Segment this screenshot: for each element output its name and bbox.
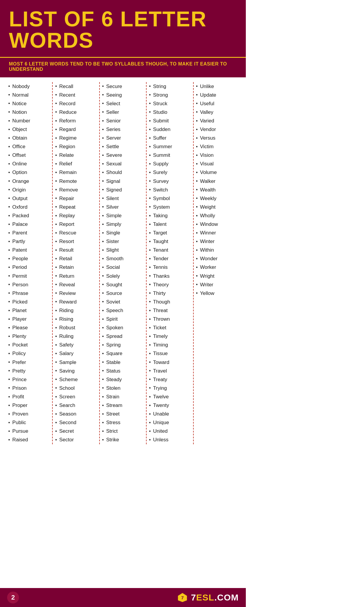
- list-item: Safety: [55, 341, 97, 349]
- list-item: Relief: [55, 160, 97, 168]
- header: LIST OF 6 LETTER WORDS: [0, 0, 246, 57]
- list-item: Please: [8, 324, 50, 332]
- list-item: Social: [102, 263, 144, 272]
- list-item: Visual: [196, 160, 238, 168]
- list-item: Unlike: [196, 82, 238, 91]
- list-item: System: [149, 203, 190, 211]
- word-columns: NobodyNormalNoticeNotionNumberObjectObta…: [6, 82, 240, 444]
- list-item: Return: [55, 272, 97, 280]
- list-item: Screen: [55, 392, 97, 401]
- list-item: Prison: [8, 384, 50, 392]
- list-item: Steady: [102, 375, 144, 384]
- list-item: Spirit: [102, 315, 144, 324]
- list-item: Saving: [55, 367, 97, 375]
- list-item: Reduce: [55, 108, 97, 116]
- list-item: Yellow: [196, 289, 238, 298]
- list-item: Silent: [102, 194, 144, 203]
- list-item: Replay: [55, 211, 97, 220]
- list-item: Versus: [196, 134, 238, 143]
- list-item: Simply: [102, 220, 144, 229]
- list-item: Raised: [8, 436, 50, 444]
- list-item: Struck: [149, 99, 190, 108]
- subtitle-bar: MOST 6 LETTER WORDS TEND TO BE TWO SYLLA…: [0, 57, 246, 77]
- list-item: Select: [102, 99, 144, 108]
- subtitle-text: MOST 6 LETTER WORDS TEND TO BE TWO SYLLA…: [9, 61, 237, 72]
- list-item: Stress: [102, 418, 144, 427]
- list-item: Robust: [55, 324, 97, 332]
- list-item: Weight: [196, 203, 238, 211]
- list-item: Sudden: [149, 125, 190, 134]
- list-item: Repair: [55, 194, 97, 203]
- list-item: Resort: [55, 237, 97, 246]
- list-item: Spoken: [102, 324, 144, 332]
- content-area: NobodyNormalNoticeNotionNumberObjectObta…: [0, 77, 246, 468]
- word-list-col5: UnlikeUpdateUsefulValleyVariedVendorVers…: [196, 82, 238, 298]
- list-item: Worker: [196, 263, 238, 272]
- list-item: Though: [149, 298, 190, 306]
- list-item: Partly: [8, 237, 50, 246]
- list-item: Settle: [102, 143, 144, 151]
- list-item: Useful: [196, 99, 238, 108]
- list-item: Tennis: [149, 263, 190, 272]
- list-item: Square: [102, 349, 144, 358]
- list-item: Victim: [196, 143, 238, 151]
- footer: 2 7 7ESL.COM: [0, 588, 246, 607]
- list-item: Remote: [55, 177, 97, 186]
- list-item: Reform: [55, 116, 97, 125]
- word-column-col2: RecallRecentRecordReduceReformRegardRegi…: [53, 82, 100, 444]
- list-item: Secret: [55, 427, 97, 436]
- list-item: Strict: [102, 427, 144, 436]
- list-item: Toward: [149, 358, 190, 367]
- list-item: Regime: [55, 134, 97, 143]
- list-item: Notion: [8, 108, 50, 116]
- list-item: Within: [196, 246, 238, 255]
- list-item: Reward: [55, 298, 97, 306]
- list-item: Thirty: [149, 289, 190, 298]
- list-item: Silver: [102, 203, 144, 211]
- list-item: Relate: [55, 151, 97, 160]
- list-item: Plenty: [8, 332, 50, 341]
- list-item: Trying: [149, 384, 190, 392]
- list-item: Notice: [8, 99, 50, 108]
- list-item: Source: [102, 289, 144, 298]
- list-item: Player: [8, 315, 50, 324]
- list-item: Series: [102, 125, 144, 134]
- list-item: Signal: [102, 177, 144, 186]
- list-item: Sister: [102, 237, 144, 246]
- list-item: Scheme: [55, 375, 97, 384]
- list-item: Travel: [149, 367, 190, 375]
- list-item: Prince: [8, 375, 50, 384]
- list-item: Spring: [102, 341, 144, 349]
- word-column-col3: SecureSeeingSelectSellerSeniorSeriesServ…: [100, 82, 147, 444]
- list-item: Ticket: [149, 324, 190, 332]
- list-item: Review: [55, 289, 97, 298]
- list-item: Packed: [8, 211, 50, 220]
- list-item: Prefer: [8, 358, 50, 367]
- list-item: Volume: [196, 168, 238, 177]
- logo-icon: 7: [177, 592, 188, 603]
- list-item: Online: [8, 160, 50, 168]
- list-item: Remove: [55, 186, 97, 194]
- list-item: Stream: [102, 401, 144, 410]
- list-item: Speech: [102, 306, 144, 315]
- list-item: Submit: [149, 116, 190, 125]
- list-item: Season: [55, 410, 97, 418]
- word-column-col4: StringStrongStruckStudioSubmitSuddenSuff…: [147, 82, 193, 444]
- list-item: Option: [8, 168, 50, 177]
- list-item: Vendor: [196, 125, 238, 134]
- list-item: Talent: [149, 220, 190, 229]
- list-item: Severe: [102, 151, 144, 160]
- list-item: Period: [8, 263, 50, 272]
- list-item: Sought: [102, 280, 144, 289]
- list-item: Update: [196, 91, 238, 99]
- list-item: Pocket: [8, 341, 50, 349]
- list-item: Vision: [196, 151, 238, 160]
- word-column-col5: UnlikeUpdateUsefulValleyVariedVendorVers…: [194, 82, 240, 444]
- list-item: Profit: [8, 392, 50, 401]
- list-item: Nobody: [8, 82, 50, 91]
- list-item: Strong: [149, 91, 190, 99]
- list-item: Stolen: [102, 384, 144, 392]
- list-item: Slight: [102, 246, 144, 255]
- list-item: Status: [102, 367, 144, 375]
- list-item: Normal: [8, 91, 50, 99]
